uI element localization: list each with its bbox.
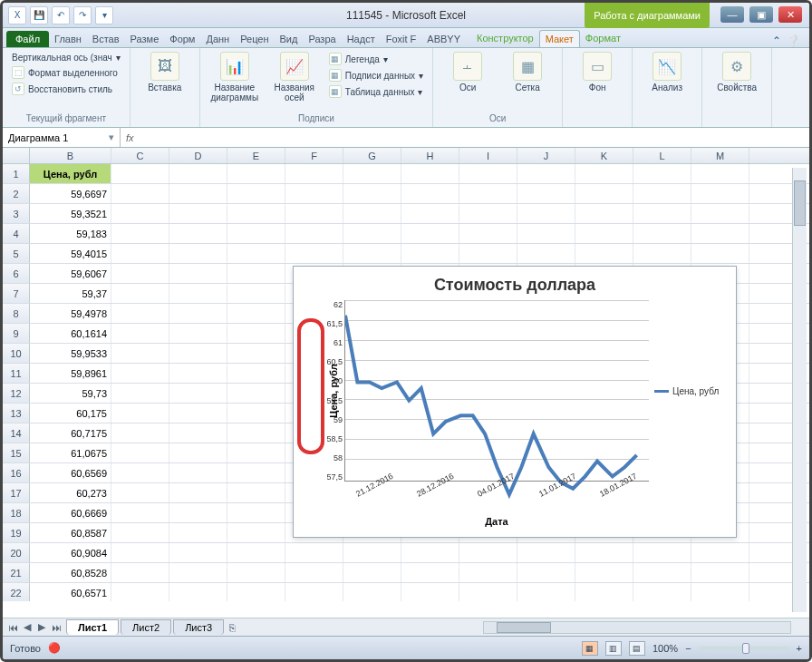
cell[interactable] bbox=[227, 364, 285, 383]
cell[interactable] bbox=[169, 324, 227, 343]
cell[interactable] bbox=[343, 164, 401, 183]
row-header[interactable]: 14 bbox=[3, 423, 30, 443]
chart-element-selector[interactable]: Вертикальная ось (знач ▾ bbox=[10, 52, 122, 63]
fx-icon[interactable]: fx bbox=[126, 132, 140, 143]
cell[interactable] bbox=[111, 463, 169, 482]
formula-input[interactable] bbox=[145, 128, 809, 147]
cell[interactable] bbox=[227, 284, 285, 303]
cell[interactable] bbox=[169, 583, 227, 601]
scroll-thumb[interactable] bbox=[794, 180, 806, 226]
reset-style-button[interactable]: ↺Восстановить стиль bbox=[10, 82, 122, 96]
cell[interactable] bbox=[111, 384, 169, 403]
cell[interactable]: 60,8528 bbox=[30, 563, 111, 582]
cell[interactable] bbox=[227, 523, 285, 542]
cell[interactable] bbox=[227, 324, 285, 343]
row-header[interactable]: 17 bbox=[3, 483, 30, 502]
cell[interactable] bbox=[169, 404, 227, 423]
name-box[interactable]: Диаграмма 1 ▾ bbox=[3, 128, 121, 147]
cell[interactable] bbox=[111, 563, 169, 582]
cell[interactable] bbox=[401, 204, 459, 223]
analysis-button[interactable]: 📉Анализ bbox=[640, 52, 694, 123]
cell[interactable] bbox=[459, 204, 517, 223]
insert-button[interactable]: 🖼 Вставка bbox=[138, 52, 192, 123]
line-series[interactable] bbox=[345, 300, 649, 604]
cell[interactable] bbox=[169, 543, 227, 562]
zoom-thumb[interactable] bbox=[742, 643, 749, 654]
cell[interactable]: 60,6569 bbox=[30, 463, 111, 482]
tab-layout[interactable]: Макет bbox=[539, 30, 580, 47]
row-header[interactable]: 7 bbox=[3, 284, 30, 303]
cell[interactable] bbox=[343, 204, 401, 223]
tab-view[interactable]: Вид bbox=[275, 31, 304, 47]
background-button[interactable]: ▭Фон bbox=[570, 52, 624, 123]
column-header[interactable]: K bbox=[575, 148, 633, 163]
cell[interactable] bbox=[459, 184, 517, 203]
cell[interactable] bbox=[575, 224, 633, 243]
qat-more-icon[interactable]: ▾ bbox=[95, 6, 113, 24]
cell[interactable] bbox=[111, 583, 169, 601]
cell[interactable] bbox=[459, 244, 517, 263]
cell[interactable] bbox=[169, 364, 227, 383]
cell[interactable] bbox=[169, 344, 227, 363]
cell[interactable] bbox=[227, 443, 285, 462]
select-all-corner[interactable] bbox=[3, 148, 30, 163]
cell[interactable]: 59,4015 bbox=[30, 244, 111, 263]
row-header[interactable]: 11 bbox=[3, 364, 30, 383]
close-button[interactable]: ✕ bbox=[778, 6, 802, 23]
cell[interactable] bbox=[633, 224, 691, 243]
chart-title[interactable]: Стоимость доллара bbox=[294, 267, 736, 300]
zoom-in-button[interactable]: + bbox=[797, 643, 802, 654]
cell[interactable] bbox=[633, 244, 691, 263]
cell[interactable] bbox=[227, 503, 285, 522]
cell[interactable] bbox=[401, 164, 459, 183]
cell[interactable] bbox=[517, 204, 575, 223]
maximize-button[interactable]: ▣ bbox=[749, 6, 773, 23]
column-header[interactable]: C bbox=[111, 148, 169, 163]
column-header[interactable]: G bbox=[343, 148, 401, 163]
cell[interactable]: 59,183 bbox=[30, 224, 111, 243]
cell[interactable] bbox=[691, 184, 749, 203]
cell[interactable] bbox=[517, 184, 575, 203]
cell[interactable] bbox=[169, 443, 227, 462]
cell[interactable] bbox=[227, 244, 285, 263]
cell[interactable] bbox=[691, 543, 749, 562]
cell[interactable] bbox=[227, 204, 285, 223]
chart-object[interactable]: Стоимость доллара Цена, рубл 6261,56160,… bbox=[293, 266, 737, 538]
cell[interactable] bbox=[575, 204, 633, 223]
cell[interactable] bbox=[343, 244, 401, 263]
redo-icon[interactable]: ↷ bbox=[73, 6, 92, 24]
cell[interactable]: 59,9533 bbox=[30, 344, 111, 363]
legend-button[interactable]: ▦Легенда ▾ bbox=[327, 52, 425, 66]
sheet-prev-icon[interactable]: ◀ bbox=[21, 621, 34, 634]
cell[interactable] bbox=[111, 503, 169, 522]
cell[interactable]: 60,8587 bbox=[30, 523, 111, 542]
cell[interactable] bbox=[169, 523, 227, 542]
tab-home[interactable]: Главн bbox=[49, 31, 87, 47]
cell[interactable] bbox=[111, 304, 169, 323]
cell[interactable] bbox=[169, 184, 227, 203]
cell[interactable] bbox=[169, 264, 227, 283]
cell[interactable] bbox=[691, 164, 749, 183]
cell[interactable] bbox=[227, 164, 285, 183]
format-selection-button[interactable]: ⬚Формат выделенного bbox=[10, 65, 122, 80]
row-header[interactable]: 20 bbox=[3, 543, 30, 562]
tab-developer[interactable]: Разра bbox=[303, 31, 341, 47]
cell[interactable]: 59,4978 bbox=[30, 304, 111, 323]
cell[interactable] bbox=[111, 404, 169, 423]
cell[interactable] bbox=[691, 204, 749, 223]
sheet-tab-1[interactable]: Лист1 bbox=[66, 619, 119, 635]
cell[interactable] bbox=[169, 503, 227, 522]
cell[interactable] bbox=[401, 244, 459, 263]
cell[interactable] bbox=[227, 463, 285, 482]
cell[interactable] bbox=[111, 423, 169, 443]
row-header[interactable]: 16 bbox=[3, 463, 30, 482]
cell[interactable] bbox=[517, 164, 575, 183]
column-header[interactable]: L bbox=[633, 148, 691, 163]
cell[interactable] bbox=[401, 224, 459, 243]
tab-pagelayout[interactable]: Разме bbox=[125, 31, 165, 47]
tab-format[interactable]: Формат bbox=[580, 30, 626, 47]
cell[interactable]: 60,1614 bbox=[30, 324, 111, 343]
cell[interactable] bbox=[285, 204, 343, 223]
view-page-layout-button[interactable]: ▥ bbox=[605, 641, 622, 656]
data-table-button[interactable]: ▦Таблица данных ▾ bbox=[327, 84, 425, 99]
